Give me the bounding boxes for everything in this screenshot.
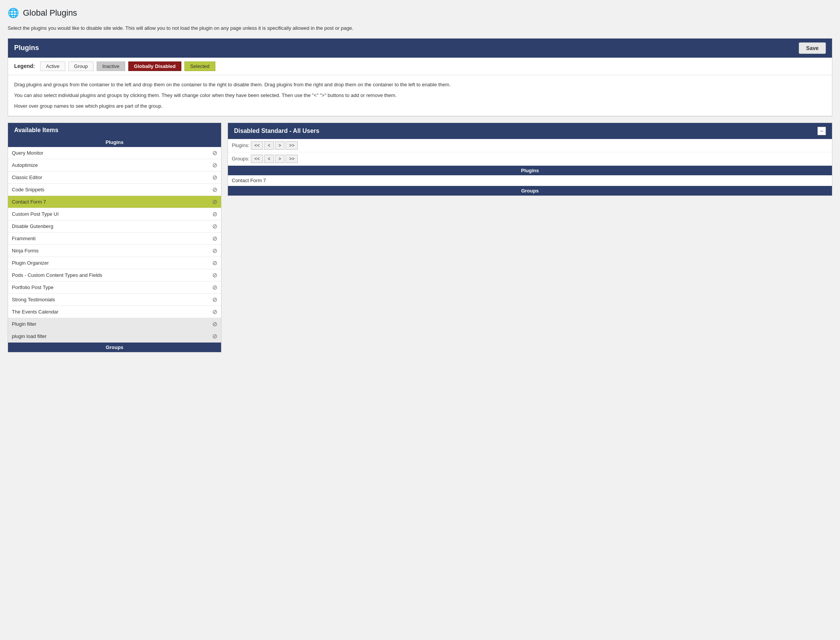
groups-nav-first[interactable]: <<: [251, 155, 263, 163]
user-icon: ⊘: [212, 333, 217, 340]
list-item[interactable]: Disable Gutenberg⊘: [8, 220, 221, 233]
list-item[interactable]: Query Monitor⊘: [8, 147, 221, 159]
user-icon: ⊘: [212, 223, 217, 230]
user-icon: ⊘: [212, 308, 217, 315]
user-icon: ⊘: [212, 284, 217, 291]
page-title: Global Plugins: [23, 8, 77, 18]
groups-nav-row: Groups: << < > >>: [228, 152, 832, 166]
plugin-name: The Events Calendar: [12, 309, 58, 315]
list-item[interactable]: Plugin filter⊘: [8, 318, 221, 330]
plugin-name: Ninja Forms: [12, 248, 39, 254]
legend-group: Group: [68, 61, 94, 71]
plugin-name: Pods - Custom Content Types and Fields: [12, 272, 102, 278]
user-icon: ⊘: [212, 174, 217, 181]
panel-header: Plugins Save: [8, 39, 832, 58]
list-item[interactable]: Custom Post Type UI⊘: [8, 208, 221, 220]
user-icon: ⊘: [212, 162, 217, 169]
plugins-nav-label: Plugins:: [232, 142, 249, 148]
list-item[interactable]: Contact Form 7: [228, 175, 832, 186]
plugin-name: Strong Testimonials: [12, 297, 55, 302]
plugin-name: Portfolio Post Type: [12, 284, 53, 290]
instruction-3: Hover over group names to see which plug…: [14, 102, 826, 110]
list-item[interactable]: Classic Editor⊘: [8, 171, 221, 184]
instructions: Drag plugins and groups from the contain…: [8, 75, 832, 116]
list-item[interactable]: Pods - Custom Content Types and Fields⊘: [8, 269, 221, 281]
plugins-nav-row: Plugins: << < > >>: [228, 139, 832, 152]
plugin-name: Disable Gutenberg: [12, 223, 53, 229]
globe-icon: 🌐: [8, 8, 19, 18]
plugin-name: Classic Editor: [12, 175, 42, 180]
groups-nav-prev[interactable]: <: [264, 155, 274, 163]
user-icon: ⊘: [212, 198, 217, 205]
user-icon: ⊘: [212, 186, 217, 193]
legend-active: Active: [40, 61, 65, 71]
plugins-panel: Plugins Save Legend: Active Group Inacti…: [8, 38, 832, 116]
disabled-panel-header: Disabled Standard - All Users −: [228, 123, 832, 139]
plugin-name: Code Snippets: [12, 187, 44, 192]
disabled-plugins-list: Contact Form 7: [228, 175, 832, 186]
list-item[interactable]: Autoptimize⊘: [8, 159, 221, 171]
panel-title: Plugins: [14, 44, 39, 52]
groups-nav-last[interactable]: >>: [286, 155, 298, 163]
list-item[interactable]: Contact Form 7⊘: [8, 196, 221, 208]
user-icon: ⊘: [212, 235, 217, 242]
list-item[interactable]: The Events Calendar⊘: [8, 306, 221, 318]
plugin-name: Autoptimize: [12, 162, 38, 168]
plugins-section-header: Plugins: [8, 137, 221, 147]
columns-layout: Available Items Plugins Query Monitor⊘Au…: [8, 123, 832, 352]
plugins-nav-prev[interactable]: <: [264, 141, 274, 150]
list-item[interactable]: Ninja Forms⊘: [8, 245, 221, 257]
disabled-plugin-name: Contact Form 7: [232, 178, 266, 183]
minimize-button[interactable]: −: [817, 127, 826, 135]
plugin-name: Frammenti: [12, 236, 36, 241]
legend-globally-disabled: Globally Disabled: [128, 61, 181, 71]
plugins-nav-last[interactable]: >>: [286, 141, 298, 150]
plugin-name: Plugin filter: [12, 321, 36, 327]
user-icon: ⊘: [212, 272, 217, 279]
plugins-nav-next[interactable]: >: [275, 141, 284, 150]
legend-row: Legend: Active Group Inactive Globally D…: [8, 58, 832, 75]
available-items-header: Available Items: [8, 123, 221, 137]
user-icon: ⊘: [212, 247, 217, 254]
available-items-panel: Available Items Plugins Query Monitor⊘Au…: [8, 123, 221, 352]
list-item[interactable]: plugin load filter⊘: [8, 330, 221, 343]
disabled-plugins-header: Plugins: [228, 166, 832, 175]
disabled-panel: Disabled Standard - All Users − Plugins:…: [228, 123, 832, 196]
list-item[interactable]: Strong Testimonials⊘: [8, 294, 221, 306]
groups-nav-controls: << < > >>: [251, 155, 298, 163]
plugin-name: plugin load filter: [12, 333, 47, 339]
page-description: Select the plugins you would like to dis…: [8, 24, 832, 32]
save-button[interactable]: Save: [799, 42, 826, 54]
user-icon: ⊘: [212, 320, 217, 328]
available-items-title: Available Items: [14, 127, 58, 134]
plugin-name: Custom Post Type UI: [12, 211, 59, 217]
plugins-list: Query Monitor⊘Autoptimize⊘Classic Editor…: [8, 147, 221, 343]
groups-nav-label: Groups:: [232, 156, 249, 162]
plugin-name: Plugin Organizer: [12, 260, 49, 266]
list-item[interactable]: Plugin Organizer⊘: [8, 257, 221, 269]
instruction-2: You can also select individual plugins a…: [14, 91, 826, 100]
list-item[interactable]: Code Snippets⊘: [8, 184, 221, 196]
list-item[interactable]: Frammenti⊘: [8, 233, 221, 245]
plugin-name: Contact Form 7: [12, 199, 46, 205]
user-icon: ⊘: [212, 296, 217, 303]
plugin-name: Query Monitor: [12, 150, 43, 156]
plugins-nav-controls: << < > >>: [251, 141, 298, 150]
legend-label: Legend:: [14, 63, 35, 69]
disabled-groups-header: Groups: [228, 186, 832, 196]
disabled-panel-title: Disabled Standard - All Users: [234, 128, 319, 134]
legend-selected: Selected: [184, 61, 215, 71]
instruction-1: Drag plugins and groups from the contain…: [14, 81, 826, 89]
groups-nav-next[interactable]: >: [275, 155, 284, 163]
legend-inactive: Inactive: [97, 61, 125, 71]
list-item[interactable]: Portfolio Post Type⊘: [8, 281, 221, 294]
user-icon: ⊘: [212, 259, 217, 267]
groups-section-header: Groups: [8, 343, 221, 352]
page-header: 🌐 Global Plugins: [8, 8, 832, 18]
user-icon: ⊘: [212, 149, 217, 157]
user-icon: ⊘: [212, 210, 217, 218]
plugins-nav-first[interactable]: <<: [251, 141, 263, 150]
